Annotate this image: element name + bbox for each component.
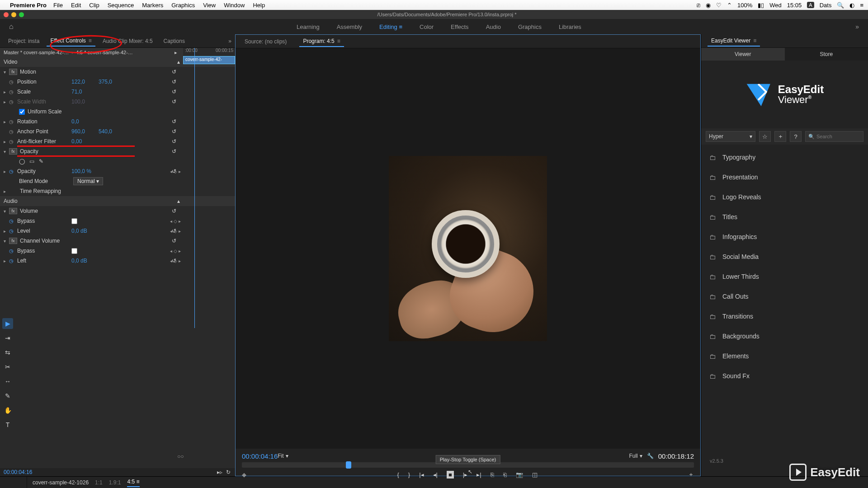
step-fwd-icon[interactable]: |▸: [463, 471, 467, 478]
keyframe-nav[interactable]: ◂ ◇ ▸: [170, 219, 181, 224]
ee-add-button[interactable]: ＋: [774, 131, 786, 142]
fx-badge-icon[interactable]: fx: [9, 148, 17, 155]
stopwatch-icon[interactable]: ◷: [9, 139, 15, 145]
ec-motion[interactable]: ▾fxMotion↺: [0, 67, 235, 77]
ee-favorite-button[interactable]: ☆: [759, 131, 771, 142]
ee-cat-infographics[interactable]: 🗀Infographics: [701, 227, 868, 247]
reset-icon[interactable]: ↺: [172, 258, 176, 264]
zoom-handle-right[interactable]: ○: [180, 453, 184, 460]
extract-icon[interactable]: ⎗: [503, 471, 507, 478]
ec-play-icon[interactable]: ▸: [175, 50, 177, 56]
collapse-up-icon[interactable]: ▴: [177, 59, 180, 65]
ee-subtab-viewer[interactable]: Viewer: [701, 48, 785, 61]
reset-icon[interactable]: ↺: [172, 228, 176, 234]
ec-play-icon[interactable]: ▸▹: [217, 469, 222, 475]
ee-cat-typography[interactable]: 🗀Typography: [701, 147, 868, 167]
mask-ellipse-icon[interactable]: ◯: [19, 158, 25, 164]
bypass-checkbox[interactable]: [71, 218, 77, 224]
mark-in-icon[interactable]: {: [397, 471, 399, 478]
tab-captions[interactable]: Captions: [160, 36, 189, 46]
lift-icon[interactable]: ⎘: [491, 471, 494, 478]
panel-menu-icon[interactable]: ≡: [753, 38, 756, 44]
siri-icon[interactable]: ◐: [849, 2, 854, 9]
stopwatch-icon[interactable]: ◷: [9, 119, 15, 125]
wifi-icon[interactable]: ⌃: [727, 2, 732, 9]
menu-window[interactable]: Window: [224, 2, 245, 9]
collapse-up-icon[interactable]: ▴: [177, 198, 180, 204]
menu-markers[interactable]: Markers: [142, 2, 163, 9]
ee-cat-titles[interactable]: 🗀Titles: [701, 207, 868, 227]
fx-badge-icon[interactable]: fx: [9, 208, 17, 214]
wrench-icon[interactable]: 🔧: [647, 453, 654, 459]
zoom-handle-left[interactable]: ○: [177, 453, 180, 460]
ripple-tool[interactable]: ⇆: [2, 347, 13, 358]
ec-volume[interactable]: ▾fxVolume↺: [0, 206, 235, 216]
opacity-v[interactable]: 100,0 %: [71, 168, 92, 174]
selection-tool[interactable]: ▶: [2, 318, 13, 329]
stopwatch-icon[interactable]: ◷: [9, 89, 15, 95]
tab-project[interactable]: Project: insta: [5, 36, 43, 46]
stopwatch-icon[interactable]: ◷: [9, 79, 15, 85]
ec-time-remapping[interactable]: ▸fxTime Remapping: [0, 186, 235, 196]
fx-badge-icon[interactable]: fx: [9, 69, 17, 75]
keyframe-nav[interactable]: ◂ ◇ ▸: [170, 249, 181, 253]
reset-icon[interactable]: ↺: [172, 208, 176, 214]
ws-menu-icon[interactable]: ≡: [399, 23, 402, 30]
stopwatch-active-icon[interactable]: ◷: [9, 258, 15, 264]
reset-icon[interactable]: ↺: [172, 69, 176, 75]
ee-search-input[interactable]: 🔍Search: [805, 131, 863, 142]
ec-playhead[interactable]: [194, 48, 195, 328]
user-badge[interactable]: A: [807, 2, 814, 8]
type-tool[interactable]: T: [2, 419, 13, 430]
ee-cat-lower-thirds[interactable]: 🗀Lower Thirds: [701, 267, 868, 286]
panel-overflow-icon[interactable]: »: [228, 38, 231, 44]
menu-graphics[interactable]: Graphics: [171, 2, 195, 9]
add-marker-icon[interactable]: ◆: [242, 471, 246, 478]
ee-pack-dropdown[interactable]: Hyper▾: [706, 131, 755, 142]
tab-effect-controls[interactable]: Effect Controls≡: [47, 36, 95, 47]
ws-graphics[interactable]: Graphics: [518, 23, 542, 30]
step-back-icon[interactable]: ◂|: [433, 471, 438, 478]
seq-tab-1[interactable]: coverr-sample-42-1026: [33, 479, 89, 486]
ec-mini-timeline[interactable]: :00:0000:00:15 coverr-sample-42-: [183, 48, 235, 58]
ws-libraries[interactable]: Libraries: [559, 23, 581, 30]
menu-edit[interactable]: Edit: [71, 2, 81, 9]
mark-out-icon[interactable]: }: [408, 471, 410, 478]
button-editor-icon[interactable]: ＋: [688, 470, 694, 479]
ws-learning[interactable]: Learning: [297, 23, 320, 30]
reset-icon[interactable]: ↺: [172, 168, 176, 174]
stopwatch-icon[interactable]: ◷: [9, 129, 15, 135]
ec-clip-strip[interactable]: coverr-sample-42-: [183, 56, 235, 64]
menu-file[interactable]: File: [53, 2, 63, 9]
hand-tool[interactable]: ✋: [2, 405, 13, 416]
go-to-out-icon[interactable]: ▸|: [476, 471, 481, 478]
pos-x[interactable]: 122,0: [71, 79, 92, 85]
screen-icon[interactable]: ◉: [706, 2, 711, 9]
menu-clip[interactable]: Clip: [89, 2, 99, 9]
reset-icon[interactable]: ↺: [172, 138, 176, 145]
reset-icon[interactable]: ↺: [172, 148, 176, 155]
antif-v[interactable]: 0,00: [71, 138, 92, 145]
ws-audio[interactable]: Audio: [486, 23, 501, 30]
reset-icon[interactable]: ↺: [172, 238, 176, 244]
uniform-scale-checkbox[interactable]: [19, 109, 25, 115]
scale-v[interactable]: 71,0: [71, 89, 92, 95]
ws-overflow-icon[interactable]: »: [855, 23, 859, 30]
reset-icon[interactable]: ↺: [172, 99, 176, 105]
ws-assembly[interactable]: Assembly: [337, 23, 362, 30]
blend-mode-dropdown[interactable]: Normal ▾: [73, 177, 103, 185]
stopwatch-active-icon[interactable]: ◷: [9, 248, 15, 254]
menu-sequence[interactable]: Sequence: [108, 2, 134, 9]
seq-ratio-2[interactable]: 1.9:1: [109, 479, 121, 486]
ee-cat-backgrounds[interactable]: 🗀Backgrounds: [701, 326, 868, 346]
reset-icon[interactable]: ↺: [172, 118, 176, 125]
minimize-icon[interactable]: [11, 12, 16, 17]
scrubber-playhead[interactable]: [346, 461, 351, 469]
anchor-y[interactable]: 540,0: [99, 128, 112, 135]
ws-editing[interactable]: Editing ≡: [379, 23, 402, 30]
ws-color[interactable]: Color: [420, 23, 434, 30]
ee-cat-elements[interactable]: 🗀Elements: [701, 346, 868, 366]
level-v[interactable]: 0,0 dB: [71, 228, 92, 234]
reset-icon[interactable]: ↺: [172, 128, 176, 135]
track-select-tool[interactable]: ⇥: [2, 333, 13, 343]
